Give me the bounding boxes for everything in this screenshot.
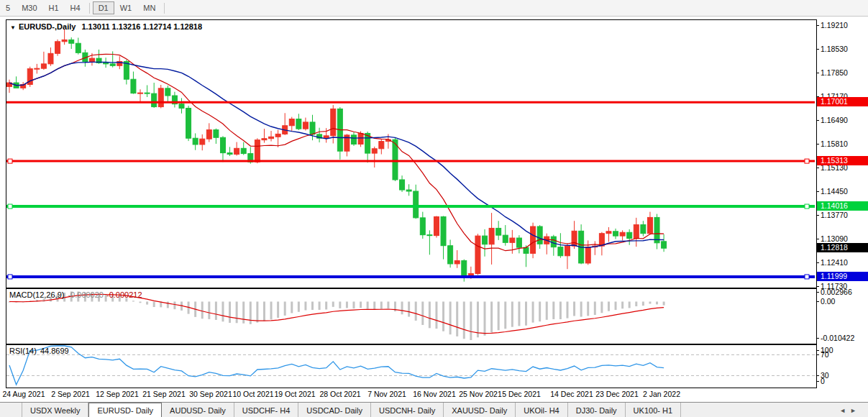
rsi-chart [6,345,815,386]
chart-title: ▼EURUSD-,Daily1.13011 1.13216 1.12714 1.… [10,22,202,31]
x-axis-label: 25 Nov 2021 [459,390,502,398]
y-axis-tick [816,73,819,73]
rsi-axis-tick [816,350,819,351]
x-axis-label: 16 Nov 2021 [413,390,456,398]
chart-tab-audusd[interactable]: AUDUSD- Daily [162,403,234,417]
x-axis-label: 23 Dec 2021 [595,390,639,398]
rsi-axis-tick [816,381,819,382]
timeframe-button-d1[interactable]: D1 [93,1,114,14]
chart-tab-dj30[interactable]: DJ30- Daily [568,403,626,417]
symbol-period-label: EURUSD-,Daily [19,22,76,31]
price-badge: 1.15313 [817,156,868,165]
y-axis-label: 1.19210 [821,21,848,29]
rsi-indicator-pane[interactable] [6,344,817,388]
y-axis-label: 1.13770 [821,211,848,219]
y-axis-tick [816,191,819,192]
timeframe-button-h4[interactable]: H4 [65,1,86,14]
tab-scroll-left-icon[interactable]: ◄ [839,407,850,414]
y-axis-label: 1.18530 [821,45,848,53]
macd-name: MACD(12,26,9) [9,290,64,299]
macd-signal-value: -0.000212 [106,290,142,299]
x-axis-label: 5 Dec 2021 [502,390,541,398]
timeframe-button-w1[interactable]: W1 [114,1,138,14]
price-badge: 1.11999 [817,272,868,281]
y-axis-tick [816,286,819,287]
time-axis: 24 Aug 20212 Sep 202112 Sep 202121 Sep 2… [0,387,868,401]
chevron-down-icon[interactable]: ▼ [10,24,16,31]
toolbar-divider [89,3,90,14]
x-axis-label: 21 Sep 2021 [142,390,186,398]
rsi-label: RSI(14)44.8699 [9,347,69,355]
macd-axis-label: 0.002966 [821,288,852,296]
timeframe-button-m5[interactable]: 5 [0,1,16,14]
y-axis-label: 1.16490 [821,116,848,124]
timeframe-button-m30[interactable]: M30 [16,1,42,14]
macd-axis-tick [816,338,819,339]
x-axis-label: 19 Oct 2021 [274,390,315,398]
timeframe-button-h1[interactable]: H1 [43,1,65,14]
y-axis-tick [816,144,819,145]
y-axis-tick [816,168,819,168]
y-axis-tick [816,239,819,239]
x-axis-label: 2 Jan 2022 [643,390,680,398]
y-axis-label: 1.15810 [821,139,848,148]
y-axis-label: 1.17850 [821,68,848,77]
macd-axis-label: -0.010422 [821,334,854,342]
x-axis-label: 28 Oct 2021 [319,390,360,398]
tab-scroll-right-icon[interactable]: ► [850,407,861,414]
tab-scroll-arrows: ◄► [839,407,861,414]
chart-tab-usdcnh[interactable]: USDCNH- Daily [371,403,444,417]
y-axis-tick [816,215,819,216]
rsi-name: RSI(14) [9,347,37,355]
ohlc-values: 1.13011 1.13216 1.12714 1.12818 [81,22,202,31]
timeframe-toolbar: 5 M30 H1 H4 D1 W1 MN [0,0,868,17]
chart-tab-usdcad[interactable]: USDCAD- Daily [298,403,371,417]
chart-tab-eurusd[interactable]: EURUSD- Daily [88,403,162,417]
macd-axis-tick [816,292,819,293]
x-axis-label: 12 Sep 2021 [96,390,139,398]
macd-main-value: -0.000020 [68,290,104,299]
rsi-value: 44.8699 [40,347,69,355]
x-axis-label: 14 Dec 2021 [550,390,593,398]
x-axis-label: 10 Oct 2021 [232,390,273,398]
macd-axis-label: 0.00 [821,297,835,306]
chart-tab-uk100[interactable]: UK100- H1 [626,403,681,417]
y-axis-tick [816,262,819,263]
y-axis-tick [816,49,819,50]
y-axis-label: 1.13090 [821,234,848,243]
macd-axis-tick [816,301,819,302]
macd-label: MACD(12,26,9)-0.000020-0.000212 [9,290,142,299]
rsi-axis-tick [816,354,819,355]
price-badge: 1.14016 [817,201,868,211]
y-axis-label: 1.14450 [821,187,848,196]
x-axis-label: 7 Nov 2021 [367,390,406,398]
candlestick-chart [6,20,815,286]
price-chart-pane[interactable] [6,19,817,288]
price-badge: 1.17001 [817,97,868,106]
x-axis-label: 2 Sep 2021 [51,390,90,398]
price-badge: 1.12818 [817,243,868,252]
y-axis-tick [816,120,819,121]
timeframe-button-mn[interactable]: MN [137,1,161,14]
y-axis-tick [816,25,819,26]
y-axis-label: 1.12410 [821,258,848,267]
rsi-axis-label: 0 [821,377,825,385]
x-axis-label: 24 Aug 2021 [3,390,45,398]
mt4-window: 5 M30 H1 H4 D1 W1 MN ▼EURUSD-,Daily1.130… [0,0,868,417]
toolbar-divider [164,3,165,14]
chart-tab-ukoil[interactable]: UKOil- H4 [516,403,568,417]
rsi-axis-tick [816,375,819,376]
chart-tab-xauusd[interactable]: XAUUSD- Daily [444,403,516,417]
chart-tab-usdchf[interactable]: USDCHF- H4 [234,403,299,417]
chart-tab-bar: USDX Weekly EURUSD- Daily AUDUSD- Daily … [0,402,868,417]
rsi-axis-label: 70 [821,350,829,359]
chart-tab-usdx[interactable]: USDX Weekly [22,403,88,417]
x-axis-label: 30 Sep 2021 [189,390,232,398]
